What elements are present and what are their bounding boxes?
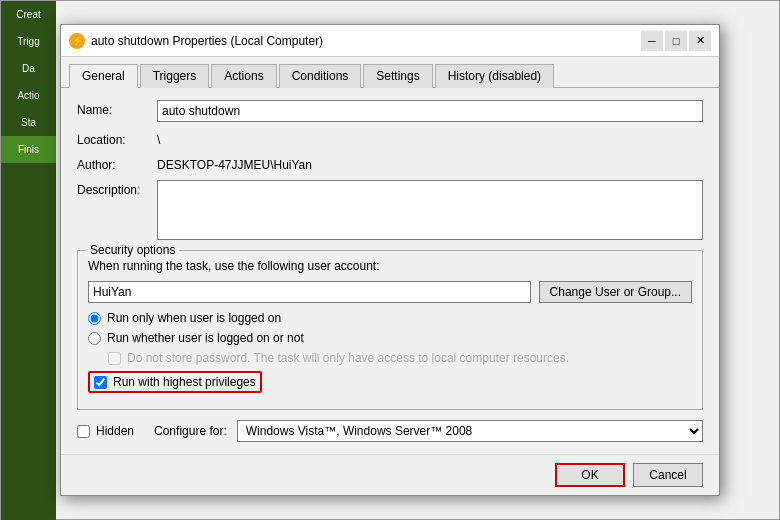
hidden-checkbox[interactable] xyxy=(77,425,90,438)
author-value: DESKTOP-47JJMEU\HuiYan xyxy=(157,155,312,172)
description-input[interactable] xyxy=(157,180,703,240)
radio-logged-on[interactable] xyxy=(88,312,101,325)
minimize-button[interactable]: ─ xyxy=(641,31,663,51)
tabs-bar: General Triggers Actions Conditions Sett… xyxy=(61,57,719,88)
configure-select[interactable]: Windows Vista™, Windows Server™ 2008 xyxy=(237,420,703,442)
user-account-row: Change User or Group... xyxy=(88,281,692,303)
highest-privileges-checkbox[interactable] xyxy=(94,376,107,389)
no-store-label: Do not store password. The task will onl… xyxy=(127,351,569,365)
radio-logged-on-label: Run only when user is logged on xyxy=(107,311,281,325)
dialog-title-area: ⚡ auto shutdown Properties (Local Comput… xyxy=(69,33,323,49)
radio-whether-row: Run whether user is logged on or not xyxy=(88,331,692,345)
hidden-label: Hidden xyxy=(96,424,134,438)
user-account-input[interactable] xyxy=(88,281,531,303)
highest-privileges-label: Run with highest privileges xyxy=(113,375,256,389)
description-row: Description: xyxy=(77,180,703,240)
tab-actions[interactable]: Actions xyxy=(211,64,276,88)
name-row: Name: xyxy=(77,100,703,122)
name-input[interactable] xyxy=(157,100,703,122)
security-group: Security options When running the task, … xyxy=(77,250,703,410)
hidden-row: Hidden xyxy=(77,424,134,438)
cancel-button[interactable]: Cancel xyxy=(633,463,703,487)
tab-conditions[interactable]: Conditions xyxy=(279,64,362,88)
configure-for-label: Configure for: xyxy=(154,424,227,438)
security-content: When running the task, use the following… xyxy=(88,259,692,393)
author-row: Author: DESKTOP-47JJMEU\HuiYan xyxy=(77,155,703,172)
tab-triggers[interactable]: Triggers xyxy=(140,64,210,88)
dialog-titlebar: ⚡ auto shutdown Properties (Local Comput… xyxy=(61,25,719,57)
highest-privileges-highlight: Run with highest privileges xyxy=(88,371,262,393)
no-store-password-row: Do not store password. The task will onl… xyxy=(108,351,692,365)
radio-whether-label: Run whether user is logged on or not xyxy=(107,331,304,345)
location-value: \ xyxy=(157,130,160,147)
window-controls: ─ □ ✕ xyxy=(641,31,711,51)
ok-button[interactable]: OK xyxy=(555,463,625,487)
location-row: Location: \ xyxy=(77,130,703,147)
dialog-title: auto shutdown Properties (Local Computer… xyxy=(91,34,323,48)
change-user-button[interactable]: Change User or Group... xyxy=(539,281,692,303)
tab-history[interactable]: History (disabled) xyxy=(435,64,554,88)
dialog-icon: ⚡ xyxy=(69,33,85,49)
security-legend: Security options xyxy=(86,243,179,257)
dialog-footer: OK Cancel xyxy=(61,454,719,495)
maximize-button[interactable]: □ xyxy=(665,31,687,51)
properties-dialog: ⚡ auto shutdown Properties (Local Comput… xyxy=(60,24,720,496)
radio-whether[interactable] xyxy=(88,332,101,345)
tab-general[interactable]: General xyxy=(69,64,138,88)
no-store-checkbox[interactable] xyxy=(108,352,121,365)
user-account-description: When running the task, use the following… xyxy=(88,259,692,273)
bottom-options-row: Hidden Configure for: Windows Vista™, Wi… xyxy=(77,420,703,442)
tab-settings[interactable]: Settings xyxy=(363,64,432,88)
author-label: Author: xyxy=(77,155,157,172)
name-label: Name: xyxy=(77,100,157,117)
dialog-content: Name: Location: \ Author: DESKTOP-47JJME… xyxy=(61,88,719,454)
highest-privileges-row: Run with highest privileges xyxy=(88,371,692,393)
close-button[interactable]: ✕ xyxy=(689,31,711,51)
description-label: Description: xyxy=(77,180,157,197)
radio-logged-on-row: Run only when user is logged on xyxy=(88,311,692,325)
location-label: Location: xyxy=(77,130,157,147)
